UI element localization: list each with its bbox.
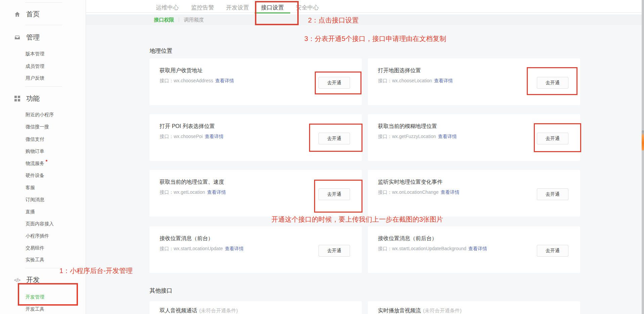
sidebar-item-label: 小程序插件 (26, 233, 49, 238)
sidebar-item-label: 购物订单 (26, 148, 44, 154)
sidebar-item[interactable]: 物流服务 (26, 161, 47, 167)
api-card-title: 获取当前的模糊地理位置 (378, 123, 437, 130)
annotation-step2: 2：点击接口设置 (308, 16, 359, 24)
activate-button[interactable]: 去开通 (318, 245, 350, 257)
sidebar-item-label: 成员管理 (26, 63, 44, 69)
sidebar-item-label: 微信支付 (26, 136, 44, 142)
view-details-link[interactable]: 查看详情 (205, 134, 223, 139)
sidebar-item[interactable]: 页面内容接入 (26, 221, 54, 227)
view-details-link[interactable]: 查看详情 (215, 78, 234, 83)
api-name: wx.startLocationUpdate (174, 246, 223, 251)
sidebar-item[interactable]: 开发工具 (26, 306, 44, 312)
sidebar-item[interactable]: 购物订单 (26, 148, 44, 154)
sidebar-section-header[interactable]: 管理 (13, 33, 40, 41)
highlight-box (315, 72, 361, 94)
sidebar-item-label: 硬件设备 (26, 173, 44, 178)
api-card-description: 接口：wx.chooseLocation查看详情 (378, 78, 453, 84)
section-title-geolocation: 地理位置 (149, 47, 172, 55)
sidebar-item[interactable]: 成员管理 (26, 63, 44, 70)
sidebar-item[interactable]: 版本管理 (26, 51, 44, 57)
api-label: 接口： (160, 134, 174, 139)
scrollbar-thumb[interactable] (642, 130, 644, 150)
api-card-title: 接收位置消息（前后台） (378, 235, 437, 242)
api-card-name: 实时播放音视频流 (378, 308, 421, 313)
activate-button[interactable]: 去开通 (537, 245, 568, 257)
api-label: 接口： (160, 189, 174, 195)
sidebar-item-label: 客服 (26, 185, 35, 190)
subtab[interactable]: 调用额度 (184, 17, 204, 23)
sidebar-divider (25, 25, 62, 25)
sidebar-item[interactable]: 客服 (26, 185, 35, 191)
api-card-description: 接口：wx.onLocationChange查看详情 (378, 189, 460, 195)
api-card-name: 双人音视频通话 (160, 308, 197, 313)
sidebar-section-label: 管理 (26, 33, 40, 42)
subtab[interactable]: 接口权限 (154, 17, 174, 23)
inbox-icon (13, 34, 21, 41)
api-card-description: 接口：wx.chooseAddress查看详情 (160, 78, 234, 84)
view-details-link[interactable]: 查看详情 (207, 189, 226, 195)
api-card-title: 双人音视频通话(未符合开通条件) (160, 307, 238, 314)
api-name: wx.chooseLocation (392, 78, 432, 83)
api-permission-card: 接收位置消息（前台） 接口：wx.startLocationUpdate查看详情… (149, 226, 362, 273)
sidebar-item[interactable]: 微信支付 (26, 136, 44, 142)
tab[interactable]: 开发设置 (226, 4, 249, 11)
highlight-box (534, 123, 581, 152)
api-card-title: 获取用户收货地址 (160, 67, 203, 74)
api-name: wx.chooseAddress (174, 78, 213, 83)
sidebar-item[interactable]: 小程序插件 (26, 233, 49, 239)
api-name: wx.startLocationUpdateBackground (392, 246, 466, 251)
sidebar-item[interactable]: 用户反馈 (26, 75, 44, 81)
sidebar-section-header[interactable]: 首页 (13, 10, 40, 18)
api-name: wx.getLocation (174, 189, 205, 195)
api-label: 接口： (378, 134, 392, 139)
sidebar-item-label: 附近的小程序 (26, 112, 54, 117)
sidebar-item-label: 微信搜一搜 (26, 124, 49, 129)
sidebar-item[interactable]: 附近的小程序 (26, 112, 54, 118)
api-card-title: 获取当前的地理位置、速度 (160, 179, 224, 186)
sidebar-section-header[interactable]: </>开发 (13, 276, 40, 284)
activate-button[interactable]: 去开通 (537, 188, 568, 200)
sidebar-item-label: 开发工具 (26, 306, 44, 312)
sidebar-divider (25, 2, 62, 3)
api-permission-card: 双人音视频通话(未符合开通条件) (149, 301, 362, 314)
home-icon (13, 11, 21, 17)
highlight-box (309, 124, 362, 152)
view-details-link[interactable]: 查看详情 (441, 189, 460, 195)
code-icon: </> (13, 277, 21, 283)
sidebar-item[interactable]: 硬件设备 (26, 173, 44, 179)
view-details-link[interactable]: 查看详情 (468, 246, 487, 251)
tab[interactable]: 运维中心 (156, 4, 179, 11)
tab-bar-divider (86, 12, 642, 13)
grid-icon (13, 96, 21, 101)
subtab-bar: 接口权限调用额度 (86, 14, 642, 25)
view-details-link[interactable]: 查看详情 (225, 246, 244, 251)
tab[interactable]: 安全中心 (296, 4, 319, 11)
view-details-link[interactable]: 查看详情 (438, 134, 457, 139)
api-card-title: 打开 POI 列表选择位置 (160, 123, 215, 130)
scrollbar-track[interactable] (642, 0, 644, 314)
sidebar-item-label: 实验工具 (26, 257, 44, 262)
api-card-title: 实时播放音视频流(未符合开通条件) (378, 307, 462, 314)
sidebar-section-header[interactable]: 功能 (13, 94, 40, 102)
api-card-status: (未符合开通条件) (423, 308, 462, 313)
sidebar-item-label: 版本管理 (26, 51, 44, 56)
view-details-link[interactable]: 查看详情 (434, 78, 453, 83)
api-permission-card: 实时播放音视频流(未符合开通条件) (368, 301, 580, 314)
tab[interactable]: 监控告警 (191, 4, 214, 11)
sidebar-item-label: 物流服务 (26, 161, 44, 166)
api-label: 接口： (160, 78, 174, 83)
api-card-title: 接收位置消息（前台） (160, 235, 213, 242)
api-card-description: 接口：wx.choosePoi查看详情 (160, 134, 223, 140)
sidebar-item[interactable]: 微信搜一搜 (26, 124, 49, 130)
sidebar-item[interactable]: 订阅消息 (26, 197, 44, 203)
api-card-title: 打开地图选择位置 (378, 67, 421, 74)
sidebar-item[interactable]: 实验工具 (26, 257, 44, 263)
highlight-box (18, 283, 78, 306)
highlight-box (314, 180, 362, 213)
sidebar-item[interactable]: 交易组件 (26, 245, 44, 251)
api-card-description: 接口：wx.getFuzzyLocation查看详情 (378, 134, 457, 140)
api-card-status: (未符合开通条件) (199, 308, 238, 313)
sidebar-divider (25, 268, 62, 268)
sidebar-item[interactable]: 直播 (26, 209, 35, 215)
api-card-description: 接口：wx.startLocationUpdate查看详情 (160, 246, 244, 252)
